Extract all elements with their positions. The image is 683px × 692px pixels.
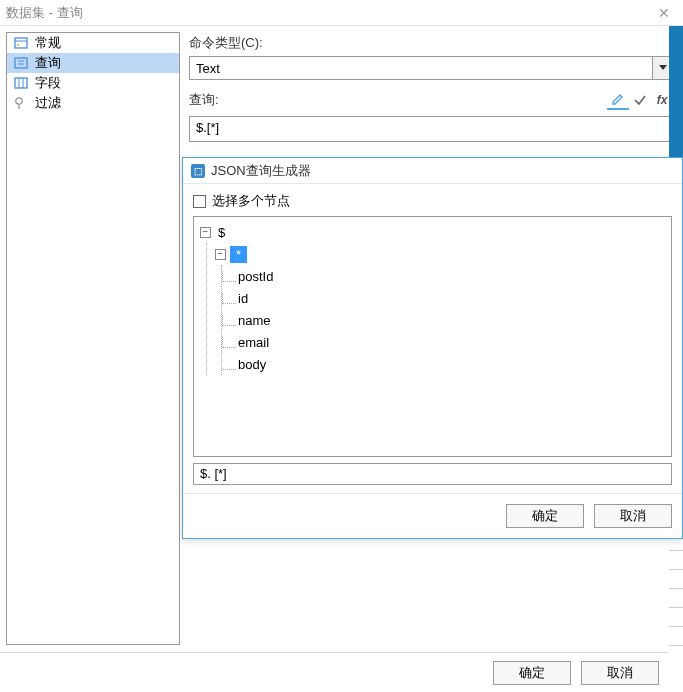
general-icon [13,35,29,51]
json-icon: ⬚ [191,164,205,178]
filter-icon [13,95,29,111]
cmd-type-input[interactable] [190,57,652,79]
svg-rect-6 [15,78,27,88]
outer-ok-button[interactable]: 确定 [493,661,571,685]
tree-leaf[interactable]: id [222,287,665,309]
fields-icon [13,75,29,91]
inner-titlebar: ⬚ JSON查询生成器 [183,158,682,184]
tree-leaf[interactable]: email [222,331,665,353]
svg-point-9 [16,98,22,104]
cmd-type-combo[interactable] [189,56,673,80]
inner-title-text: JSON查询生成器 [211,162,311,180]
tree-leaf[interactable]: body [222,353,665,375]
query-label: 查询: [189,91,607,109]
multi-select-row[interactable]: 选择多个节点 [193,192,672,210]
sidebar-item-query[interactable]: 查询 [7,53,179,73]
inner-ok-button[interactable]: 确定 [506,504,584,528]
multi-select-label: 选择多个节点 [212,192,290,210]
pencil-icon [611,92,625,106]
collapse-icon[interactable]: − [200,227,211,238]
validate-button[interactable] [629,90,651,110]
cmd-type-label: 命令类型(C): [189,34,673,52]
sidebar-item-fields[interactable]: 字段 [7,73,179,93]
sidebar-item-filter[interactable]: 过滤 [7,93,179,113]
tree-leaf[interactable]: name [222,309,665,331]
json-query-dialog: ⬚ JSON查询生成器 选择多个节点 − $ − * postId id nam… [182,157,683,539]
chevron-down-icon [659,65,667,71]
tree-root[interactable]: $ [215,224,228,241]
tree-wildcard[interactable]: * [230,246,247,263]
inner-cancel-button[interactable]: 取消 [594,504,672,528]
sidebar-item-label: 过滤 [35,94,61,112]
query-input[interactable] [189,116,673,142]
fx-icon: fx [657,93,668,107]
svg-point-2 [17,44,19,46]
grid-background [669,531,683,651]
collapse-icon[interactable]: − [215,249,226,260]
check-icon [633,93,647,107]
tree-leaf[interactable]: postId [222,265,665,287]
close-icon[interactable]: ✕ [651,5,677,21]
json-tree[interactable]: − $ − * postId id name email body [193,216,672,457]
outer-dialog-buttons: 确定 取消 [0,652,669,686]
window-title: 数据集 - 查询 [6,4,83,22]
svg-rect-0 [15,38,27,48]
checkbox-unchecked[interactable] [193,195,206,208]
json-path-output[interactable]: $. [*] [193,463,672,485]
svg-rect-3 [15,58,27,68]
sidebar-item-label: 字段 [35,74,61,92]
inner-dialog-buttons: 确定 取消 [183,493,682,538]
sidebar-item-label: 查询 [35,54,61,72]
edit-query-button[interactable] [607,90,629,110]
query-icon [13,55,29,71]
outer-cancel-button[interactable]: 取消 [581,661,659,685]
sidebar-item-general[interactable]: 常规 [7,33,179,53]
sidebar: 常规 查询 字段 过滤 [6,32,180,645]
sidebar-item-label: 常规 [35,34,61,52]
titlebar: 数据集 - 查询 ✕ [0,0,683,26]
